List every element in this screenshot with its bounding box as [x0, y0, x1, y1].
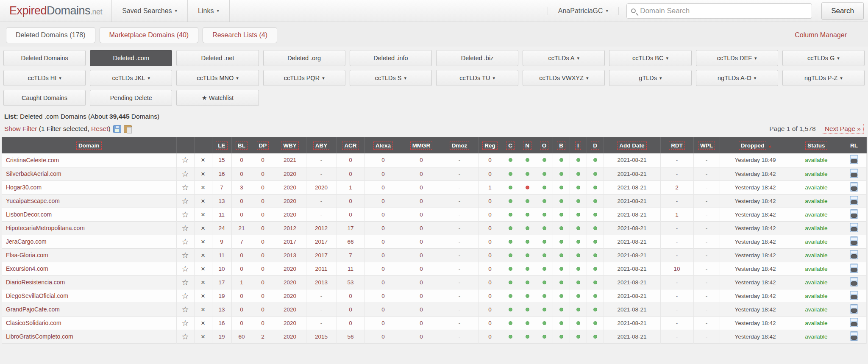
favorite-star-icon[interactable]: ☆ [181, 169, 189, 178]
domain-link[interactable]: YucaipaEscape.com [6, 197, 60, 204]
filter-button-cctlds-vwxyz[interactable]: ccTLDs VWXYZ▾ [523, 70, 605, 86]
cell-value[interactable]: 3 [240, 184, 243, 191]
research-list-icon[interactable] [850, 264, 858, 273]
cell-value[interactable]: 0 [420, 225, 423, 231]
cell-value[interactable]: 0 [488, 252, 492, 258]
filter-button-cctlds-mno[interactable]: ccTLDs MNO▾ [176, 70, 259, 86]
research-list-icon[interactable] [850, 236, 858, 246]
cell-value[interactable]: 0 [381, 252, 385, 258]
cell-value[interactable]: 0 [420, 157, 423, 163]
tab-research-lists-4[interactable]: Research Lists (4) [203, 27, 277, 43]
cell-value[interactable]: 13 [218, 198, 225, 204]
cell-value[interactable]: 0 [488, 171, 492, 177]
search-input[interactable] [640, 7, 807, 15]
col-header-d[interactable]: D [587, 137, 604, 153]
cell-value[interactable]: 56 [347, 333, 353, 340]
cell-value[interactable]: 2020 [284, 320, 296, 326]
remove-domain-icon[interactable]: × [201, 251, 205, 259]
col-header-acr[interactable]: ACR [337, 137, 364, 153]
cell-value[interactable]: 0 [349, 320, 352, 326]
cell-value[interactable]: 0 [240, 157, 243, 163]
cell-value[interactable]: 2020 [315, 184, 328, 191]
favorite-star-icon[interactable]: ☆ [181, 183, 189, 192]
cell-value[interactable]: 0 [261, 225, 264, 231]
tab-marketplace-domains-40[interactable]: Marketplace Domains (40) [100, 27, 199, 43]
cell-value[interactable]: 0 [240, 211, 243, 218]
cell-value[interactable]: 2012 [284, 225, 296, 231]
cell-value[interactable]: 0 [381, 157, 385, 163]
cell-value[interactable]: 0 [488, 266, 492, 272]
cell-value[interactable]: 2020 [284, 171, 296, 177]
domain-link[interactable]: LisbonDecor.com [6, 211, 52, 218]
cell-value[interactable]: 19 [218, 293, 225, 299]
cell-value[interactable]: 0 [349, 306, 352, 313]
cell-value[interactable]: 0 [488, 293, 492, 299]
cell-value[interactable]: 0 [420, 184, 423, 191]
cell-value[interactable]: 1 [240, 279, 243, 286]
reset-filter-link[interactable]: Reset [91, 125, 108, 133]
remove-domain-icon[interactable]: × [201, 278, 205, 286]
cell-value[interactable]: 9 [220, 239, 223, 245]
cell-value[interactable]: 0 [261, 293, 264, 299]
favorite-star-icon[interactable]: ☆ [181, 210, 189, 219]
tab-deleted-domains-178[interactable]: Deleted Domains (178) [6, 27, 95, 43]
remove-domain-icon[interactable]: × [201, 183, 205, 192]
favorite-star-icon[interactable]: ☆ [181, 237, 189, 246]
filter-button-cctlds-def[interactable]: ccTLDs DEF▾ [696, 50, 778, 66]
research-list-icon[interactable] [850, 169, 858, 178]
cell-value[interactable]: 0 [381, 266, 385, 272]
filter-button-cctlds-s[interactable]: ccTLDs S▾ [350, 70, 432, 86]
cell-value[interactable]: 0 [261, 279, 264, 286]
cell-value[interactable]: 0 [420, 293, 423, 299]
cell-value[interactable]: 11 [348, 266, 353, 272]
remove-domain-icon[interactable]: × [201, 197, 205, 205]
cell-value[interactable]: 0 [381, 171, 385, 177]
cell-value[interactable]: 11 [219, 252, 225, 258]
cell-value[interactable]: 0 [261, 266, 264, 272]
col-header-mmgr[interactable]: MMGR [402, 137, 441, 153]
cell-value[interactable]: 2020 [284, 279, 296, 286]
research-list-icon[interactable] [850, 223, 858, 232]
cell-value[interactable]: 0 [261, 306, 264, 313]
cell-value[interactable]: 0 [381, 239, 385, 245]
show-filter-link[interactable]: Show Filter [4, 125, 37, 133]
cell-value[interactable]: 0 [381, 198, 385, 204]
cell-value[interactable]: 0 [240, 293, 243, 299]
cell-value[interactable]: 0 [349, 293, 352, 299]
remove-domain-icon[interactable]: × [201, 292, 205, 300]
cell-value[interactable]: 0 [381, 293, 385, 299]
cell-value[interactable]: 2 [675, 184, 679, 191]
cell-value[interactable]: 0 [261, 211, 264, 218]
cell-value[interactable]: 7 [220, 184, 223, 191]
cell-value[interactable]: 2020 [284, 306, 296, 313]
filter-button-cctlds-bc[interactable]: ccTLDs BC▾ [609, 50, 691, 66]
domain-link[interactable]: Excursion4.com [6, 265, 48, 272]
col-header-le[interactable]: LE [212, 137, 231, 153]
favorite-star-icon[interactable]: ☆ [181, 278, 189, 287]
cell-value[interactable]: 21 [238, 225, 245, 231]
cell-value[interactable]: 53 [347, 279, 353, 286]
col-header-dmoz[interactable]: Dmoz [441, 137, 478, 153]
menu-saved-searches[interactable]: Saved Searches ▾ [112, 0, 188, 22]
cell-value[interactable]: 17 [218, 279, 225, 286]
cell-value[interactable]: 0 [420, 266, 423, 272]
research-list-icon[interactable] [850, 196, 858, 205]
remove-domain-icon[interactable]: × [201, 265, 205, 273]
filter-button-deleted-net[interactable]: Deleted .net [176, 50, 259, 66]
save-search-icon[interactable] [113, 125, 121, 133]
cell-value[interactable]: 0 [381, 333, 385, 340]
remove-domain-icon[interactable]: × [201, 156, 205, 164]
col-header-b[interactable]: B [553, 137, 570, 153]
domain-link[interactable]: SilverbackAerial.com [6, 170, 61, 177]
domain-link[interactable]: DiegoSevillaOficial.com [6, 292, 68, 299]
cell-value[interactable]: 0 [488, 157, 492, 163]
cell-value[interactable]: 7 [240, 239, 243, 245]
col-header-rdt[interactable]: RDT [660, 137, 693, 153]
filter-button-cctlds-pqr[interactable]: ccTLDs PQR▾ [263, 70, 345, 86]
favorite-star-icon[interactable]: ☆ [181, 292, 189, 300]
cell-value[interactable]: 2017 [284, 239, 296, 245]
cell-value[interactable]: 0 [240, 198, 243, 204]
cell-value[interactable]: 16 [218, 320, 225, 326]
filter-button-cctlds-a[interactable]: ccTLDs A▾ [523, 50, 605, 66]
site-logo[interactable]: ExpiredDomains.net [0, 0, 112, 22]
